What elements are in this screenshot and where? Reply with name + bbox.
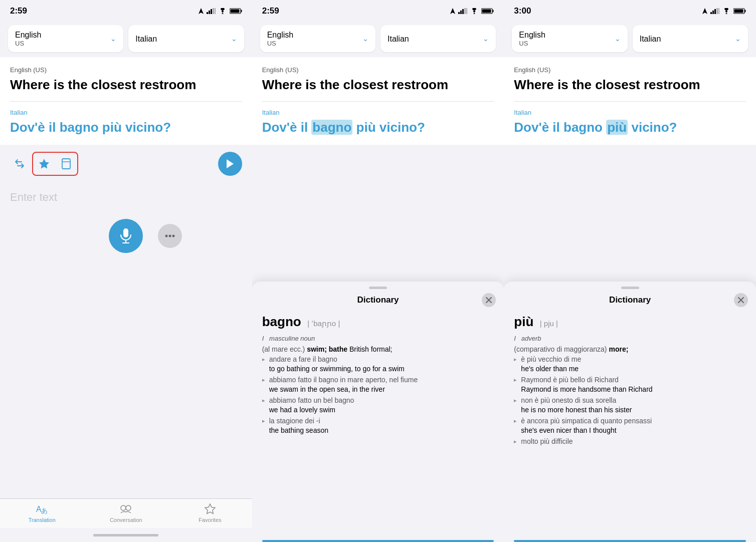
- dict-title-2: Dictionary: [357, 295, 399, 305]
- svg-rect-3: [213, 8, 214, 14]
- dict-title-3: Dictionary: [609, 295, 651, 305]
- dict-example-3-3: non è più onesto di sua sorella: [514, 396, 746, 404]
- dict-example-2-en-2: we swam in the open sea, in the river: [262, 385, 494, 393]
- dict-phonetic-2: | ˈbaɲɲo |: [307, 319, 340, 328]
- language-bar-3: English US ⌄ Italian ⌄: [504, 20, 756, 57]
- svg-point-26: [474, 13, 475, 14]
- location-icon-2: [450, 8, 455, 14]
- status-bar-1: 2:59: [0, 0, 252, 20]
- toolbar-left-1: [10, 152, 78, 176]
- svg-point-15: [169, 235, 171, 237]
- svg-rect-2: [211, 9, 212, 14]
- battery-icon-1: [230, 8, 242, 14]
- target-lang-name-1: Italian: [135, 34, 157, 44]
- source-lang-pill-3[interactable]: English US ⌄: [512, 25, 627, 52]
- status-time-3: 3:00: [514, 6, 531, 16]
- more-button-1[interactable]: [158, 224, 182, 248]
- highlight-bagno[interactable]: bagno: [311, 120, 352, 135]
- star-button-1[interactable]: [33, 153, 55, 175]
- target-lang-chevron-1: ⌄: [231, 35, 237, 43]
- svg-rect-7: [241, 10, 242, 13]
- dict-def-num-3: (comparativo di maggioranza) more;: [514, 345, 746, 353]
- dict-example-3-en-3: he is no more honest than his sister: [514, 406, 746, 414]
- home-bar-1: [93, 534, 158, 536]
- dict-example-3-en-2: we had a lovely swim: [262, 406, 494, 414]
- target-lang-pill-2[interactable]: Italian ⌄: [381, 25, 496, 52]
- target-lang-label-2: Italian: [262, 109, 494, 116]
- svg-rect-8: [230, 10, 239, 13]
- tab-favorites-1[interactable]: Favorites: [168, 503, 252, 523]
- play-button-1[interactable]: [218, 152, 242, 176]
- mic-icon-1: [119, 228, 133, 244]
- phone-2: 2:59: [252, 0, 504, 542]
- dict-word-line-3: più | pju |: [514, 314, 746, 330]
- status-bar-2: 2:59: [252, 0, 504, 20]
- dict-word-2: bagno: [262, 314, 301, 329]
- source-lang-name-3: English: [519, 30, 545, 40]
- highlight-piu[interactable]: più: [606, 120, 628, 135]
- svg-point-20: [126, 505, 131, 510]
- target-lang-chevron-3: ⌄: [735, 35, 741, 43]
- mic-button-1[interactable]: [109, 219, 143, 253]
- dict-close-button-3[interactable]: [734, 293, 748, 307]
- svg-point-37: [726, 13, 727, 14]
- source-lang-chevron-3: ⌄: [615, 35, 621, 43]
- dict-example-1-en-2: to go bathing or swimming, to go for a s…: [262, 365, 494, 373]
- source-lang-chevron-1: ⌄: [110, 35, 116, 43]
- source-lang-pill-2[interactable]: English US ⌄: [260, 25, 375, 52]
- spacer-1: Enter text: [0, 146, 252, 498]
- svg-rect-22: [460, 11, 462, 14]
- svg-rect-29: [482, 10, 491, 13]
- svg-rect-39: [745, 10, 746, 13]
- divider-2: [262, 101, 494, 102]
- svg-point-19: [121, 505, 126, 510]
- svg-rect-4: [215, 8, 216, 14]
- bookmark-button-1[interactable]: [55, 153, 77, 175]
- source-lang-label-3: English (US): [514, 66, 746, 74]
- target-lang-name-2: Italian: [388, 34, 409, 44]
- target-lang-pill-1[interactable]: Italian ⌄: [128, 25, 244, 52]
- dict-content-3: più | pju | I adverb (comparativo di mag…: [504, 309, 756, 540]
- wifi-icon-1: [219, 8, 227, 14]
- dict-example-5-3: molto più difficile: [514, 437, 746, 445]
- svg-point-5: [222, 13, 223, 14]
- dict-close-button-2[interactable]: [482, 293, 496, 307]
- source-lang-region-3: US: [519, 40, 545, 47]
- svg-rect-35: [716, 8, 718, 14]
- source-lang-region-2: US: [267, 40, 293, 47]
- svg-rect-11: [123, 228, 128, 237]
- swap-icon-1: [14, 158, 26, 170]
- svg-rect-36: [718, 8, 719, 14]
- close-icon-3: [738, 297, 744, 303]
- target-lang-name-3: Italian: [640, 34, 661, 44]
- swap-button-1[interactable]: [10, 154, 29, 173]
- dict-example-1-en-3: he's older than me: [514, 365, 746, 373]
- dict-example-1-3: è più vecchio di me: [514, 355, 746, 363]
- phone-1: 2:59: [0, 0, 252, 542]
- dict-phonetic-3: | pju |: [540, 319, 558, 328]
- source-lang-pill-1[interactable]: English US ⌄: [8, 25, 123, 52]
- tab-conversation-1[interactable]: Conversation: [84, 503, 168, 523]
- status-bar-3: 3:00: [504, 0, 756, 20]
- star-icon-1: [38, 158, 50, 170]
- translation-area-3: English (US) Where is the closest restro…: [504, 57, 756, 145]
- bookmark-icon-1: [61, 158, 72, 170]
- svg-rect-28: [493, 10, 494, 13]
- divider-3: [514, 101, 746, 102]
- dict-example-2-en-3: Raymond is more handsome than Richard: [514, 385, 746, 393]
- conversation-tab-icon-1: [119, 503, 133, 515]
- toolbar-1: [0, 146, 252, 182]
- signal-icon-3: [710, 8, 719, 14]
- home-indicator-1: [0, 528, 252, 542]
- tab-translation-1[interactable]: A あ Translation: [0, 503, 84, 523]
- starred-bookmark-group-1: [32, 152, 78, 176]
- translation-area-2: English (US) Where is the closest restro…: [252, 57, 504, 145]
- divider-1: [10, 101, 242, 102]
- input-area-1[interactable]: Enter text: [0, 182, 252, 211]
- source-lang-chevron-2: ⌄: [362, 35, 368, 43]
- dict-header-2: Dictionary: [252, 289, 504, 309]
- target-lang-pill-3[interactable]: Italian ⌄: [633, 25, 748, 52]
- dict-example-4-en-2: the bathing season: [262, 426, 494, 434]
- svg-rect-25: [466, 8, 467, 14]
- signal-icon-1: [207, 8, 216, 14]
